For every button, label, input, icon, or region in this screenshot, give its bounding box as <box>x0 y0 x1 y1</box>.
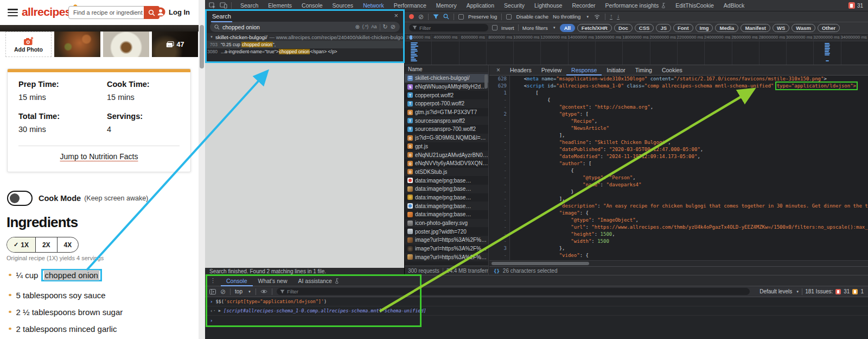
filter-pill-wasm[interactable]: Wasm <box>792 24 815 32</box>
network-request-row[interactable]: data:image/png;base… <box>405 210 488 219</box>
inspect-icon[interactable] <box>209 2 216 9</box>
network-request-row[interactable]: data:image/png;base… <box>405 185 488 193</box>
scale-option-1x[interactable]: ✓1X <box>7 237 36 252</box>
match-case-toggle[interactable]: Aa <box>371 24 376 29</box>
search-match-row[interactable]: 703"0.25 cup chopped onion", <box>207 41 403 48</box>
recipe-photo-thumbnail[interactable] <box>103 32 149 57</box>
devtools-tab-performance-insights[interactable]: Performance insights <box>601 0 671 11</box>
kebab-menu-icon[interactable]: ⋮ <box>205 277 221 284</box>
filter-pill-fetchxhr[interactable]: Fetch/XHR <box>577 24 612 32</box>
filter-pill-js[interactable]: JS <box>656 24 671 32</box>
context-selector[interactable]: top <box>235 288 242 294</box>
network-request-row[interactable]: {}otSDKStub.js <box>405 168 488 177</box>
network-request-row[interactable]: {}eNqNU21ugzAMvdAyzrBN0… <box>405 150 488 159</box>
clear-network-icon[interactable]: ⊘ <box>418 14 424 20</box>
devtools-tab-editthiscookie[interactable]: EditThisCookie <box>671 0 719 11</box>
console-prompt-row[interactable]: › <box>205 316 868 325</box>
scrollbar-thumb[interactable] <box>200 25 204 68</box>
page-scrollbar[interactable] <box>199 0 205 339</box>
details-tab-initiator[interactable]: Initiator <box>602 65 630 76</box>
import-har-icon[interactable]: ↑ <box>610 14 612 20</box>
clear-console-icon[interactable]: ⊘ <box>220 288 226 295</box>
filter-pill-css[interactable]: CSS <box>635 24 654 32</box>
details-tab-response[interactable]: Response <box>566 65 602 76</box>
details-tab-headers[interactable]: Headers <box>505 65 537 76</box>
devtools-tab-security[interactable]: Security <box>499 0 529 11</box>
export-har-icon[interactable]: ↓ <box>617 14 620 20</box>
console-result-row[interactable]: ‹· ▶ [script#allrecipes-schema_1-0.comp.… <box>205 306 868 316</box>
network-conditions-icon[interactable] <box>593 14 601 20</box>
console-command-row[interactable]: › $$('script[type="application/ld+json"]… <box>205 297 868 306</box>
clear-input-icon[interactable]: ⊗ <box>355 24 359 30</box>
photo-gallery-tile[interactable]: 47 <box>152 32 198 57</box>
console-tab-ai-assistance[interactable]: AI assistance <box>292 275 344 286</box>
menu-icon[interactable] <box>8 9 18 16</box>
console-tab-console[interactable]: Console <box>221 275 253 286</box>
response-source-view[interactable]: 628 <meta name="msapplication-wide310x15… <box>489 76 868 260</box>
preserve-log-checkbox[interactable] <box>458 14 464 20</box>
recipe-search-box[interactable]: Find a recipe or ingredient <box>68 6 159 19</box>
regex-toggle[interactable]: (.*) <box>362 24 368 29</box>
eye-icon[interactable] <box>260 289 267 294</box>
filter-pill-ws[interactable]: WS <box>773 24 789 32</box>
devtools-tab-recorder[interactable]: Recorder <box>567 0 600 11</box>
network-request-row[interactable]: image?url=https%3A%2F%… <box>405 253 488 261</box>
details-tab-cookies[interactable]: Cookies <box>657 65 687 76</box>
network-request-row[interactable]: {}eNqNVVty6yAM3dDV9XQN… <box>405 159 488 168</box>
devtools-tab-adblock[interactable]: AdBlock <box>719 0 750 11</box>
refresh-icon[interactable]: ↻ <box>383 24 388 30</box>
devtools-tab-memory[interactable]: Memory <box>431 0 462 11</box>
search-input[interactable]: chopped onion ⊗ (.*) Aa ↻ ⊘ <box>210 22 400 32</box>
network-request-row[interactable]: skillet-chicken-bulgogi/ <box>405 74 488 83</box>
filter-pill-other[interactable]: Other <box>818 24 840 32</box>
more-filters-button[interactable]: More filters <box>522 25 548 31</box>
console-filter-input[interactable]: Filter <box>277 288 750 295</box>
devtools-tab-application[interactable]: Application <box>462 0 499 11</box>
recipe-photo-thumbnail[interactable] <box>54 32 100 57</box>
network-request-row[interactable]: Tcopperpot.woff2 <box>405 91 488 99</box>
network-request-row[interactable]: {}gpt.js <box>405 142 488 151</box>
network-request-row[interactable]: icon-photo-gallery.svg <box>405 219 488 228</box>
login-button[interactable]: Log In <box>156 7 190 17</box>
network-request-row[interactable]: data:image/png;base… <box>405 193 488 202</box>
console-sidebar-icon[interactable] <box>209 289 216 294</box>
issues-label[interactable]: 181 Issues: <box>805 288 833 294</box>
network-request-row[interactable]: ⇅eNqtWNuaoyAMfqHl8yH2d… <box>405 83 488 91</box>
scrollbar-thumb[interactable] <box>492 262 589 265</box>
name-column-header[interactable]: Name <box>405 65 488 73</box>
add-photo-button[interactable]: Add Photo <box>5 32 52 57</box>
search-result-file-row[interactable]: ▼ skillet-chicken-bulgogi/ — www.allreci… <box>207 33 403 41</box>
network-filter-input[interactable]: Filter <box>409 24 488 32</box>
horizontal-scrollbar[interactable] <box>489 260 868 266</box>
network-request-row[interactable]: Tcopperpot-700.woff2 <box>405 99 488 108</box>
disable-cache-checkbox[interactable] <box>506 14 512 20</box>
devtools-tab-lighthouse[interactable]: Lighthouse <box>529 0 567 11</box>
filter-pill-img[interactable]: Img <box>695 24 713 32</box>
network-request-row[interactable]: Tsourcesanspro.woff2 <box>405 116 488 125</box>
record-icon[interactable] <box>409 14 414 19</box>
network-request-row[interactable]: {}gtm.js?id=GTM-P3X3VT7 <box>405 108 488 117</box>
filter-pill-doc[interactable]: Doc <box>614 24 633 32</box>
network-search-icon[interactable] <box>443 14 449 20</box>
device-toolbar-icon[interactable] <box>220 2 227 9</box>
error-counter[interactable]: 31 <box>848 2 868 9</box>
network-request-row[interactable]: poster.jpg?width=720 <box>405 227 488 236</box>
network-overview-timeline[interactable]: 2000000 ms4000000 ms6000000 ms8000000 ms… <box>405 34 868 65</box>
details-tab-preview[interactable]: Preview <box>537 65 566 76</box>
nutrition-link[interactable]: Jump to Nutrition Facts <box>8 152 190 161</box>
network-request-row[interactable]: Tsourcesanspro-700.woff2 <box>405 125 488 134</box>
network-request-row[interactable]: image?url=https%3A%2F%… <box>405 236 488 244</box>
clear-results-icon[interactable]: ⊘ <box>391 24 395 30</box>
close-icon[interactable]: × <box>492 66 505 74</box>
network-request-row[interactable]: image?url=https%3A%2F%… <box>405 244 488 253</box>
console-tab-what-s-new[interactable]: What's new <box>253 275 293 286</box>
invert-checkbox[interactable] <box>492 25 497 30</box>
close-icon[interactable]: × <box>394 11 398 20</box>
request-list-scrollbar[interactable] <box>484 74 488 89</box>
scale-option-2x[interactable]: 2X <box>36 237 58 252</box>
expand-caret-icon[interactable]: ▼ <box>210 35 213 39</box>
network-request-row[interactable]: {}js?id=G-9D9M6LNQMD&l=… <box>405 134 488 142</box>
network-request-row[interactable]: data:image/png;base… <box>405 176 488 185</box>
filter-pill-media[interactable]: Media <box>715 24 738 32</box>
expand-triangle-icon[interactable]: ▶ <box>219 309 221 313</box>
